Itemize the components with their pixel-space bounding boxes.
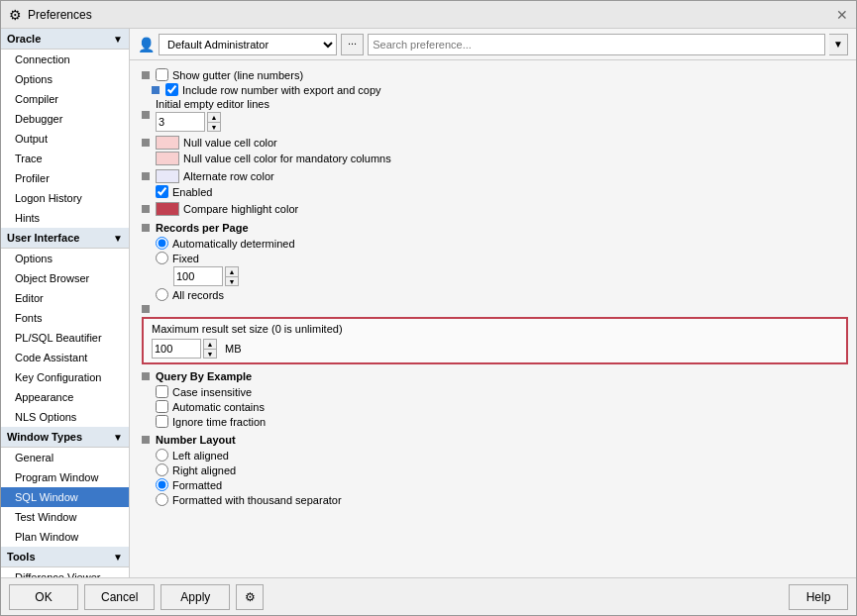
initial-lines-input[interactable] xyxy=(156,112,205,132)
initial-lines-up-arrow[interactable]: ▲ xyxy=(207,112,221,122)
qbe-options: Case insensitive Automatic contains xyxy=(142,385,848,428)
toolbar: 👤 Default Administrator ... ▼ xyxy=(130,29,856,60)
enabled-label[interactable]: Enabled xyxy=(156,185,212,198)
number-layout-dot xyxy=(142,436,150,444)
sidebar-item-trace[interactable]: Trace xyxy=(1,149,129,168)
alternate-row-section: Alternate row color Enabled xyxy=(138,169,848,198)
alt-row-swatch[interactable] xyxy=(156,169,179,183)
fixed-label[interactable]: Fixed xyxy=(156,252,848,264)
more-button[interactable]: ... xyxy=(341,34,364,55)
include-row-number-checkbox[interactable] xyxy=(165,83,178,96)
null-value-dot xyxy=(142,139,150,147)
sidebar-group-oracle[interactable]: Oracle ▼ xyxy=(1,29,129,50)
left-aligned-radio[interactable] xyxy=(156,449,168,462)
right-aligned-radio[interactable] xyxy=(156,463,168,476)
all-records-label[interactable]: All records xyxy=(156,288,848,301)
fixed-value-input[interactable] xyxy=(173,266,223,286)
sidebar-item-general[interactable]: General xyxy=(1,448,129,467)
sidebar-item-sql-window[interactable]: SQL Window xyxy=(1,487,129,507)
action-icon-button[interactable]: ⚙ xyxy=(236,584,264,610)
sidebar-item-code-assistant[interactable]: Code Assistant xyxy=(1,348,129,367)
sidebar-item-nls-options[interactable]: NLS Options xyxy=(1,407,129,427)
sidebar-item-difference-viewer[interactable]: Difference Viewer xyxy=(1,567,129,577)
apply-button[interactable]: Apply xyxy=(161,584,230,610)
max-result-down-arrow[interactable]: ▼ xyxy=(203,349,217,359)
sidebar-item-object-browser[interactable]: Object Browser xyxy=(1,268,129,288)
show-gutter-dot xyxy=(142,71,150,79)
fixed-value-spin: ▲ ▼ xyxy=(173,266,848,286)
max-result-up-arrow[interactable]: ▲ xyxy=(203,339,217,349)
ignore-time-fraction-checkbox[interactable] xyxy=(156,415,168,428)
null-color-swatch[interactable] xyxy=(156,136,179,150)
null-mandatory-swatch[interactable] xyxy=(156,152,179,165)
null-value-section: Null value cell color Null value cell co… xyxy=(138,136,848,165)
case-insensitive-checkbox[interactable] xyxy=(156,385,168,398)
sidebar-item-appearance[interactable]: Appearance xyxy=(1,387,129,407)
sidebar-item-program-window[interactable]: Program Window xyxy=(1,467,129,487)
sidebar: Oracle ▼ Connection Options Compiler Deb… xyxy=(1,29,130,577)
sidebar-item-editor[interactable]: Editor xyxy=(1,288,129,308)
alternate-row-enabled-checkbox[interactable] xyxy=(156,185,168,198)
formatted-label[interactable]: Formatted xyxy=(156,478,848,491)
right-aligned-label[interactable]: Right aligned xyxy=(156,463,848,476)
alternate-row-dot xyxy=(142,172,150,180)
sidebar-item-connection[interactable]: Connection xyxy=(1,50,129,69)
case-insensitive-label[interactable]: Case insensitive xyxy=(156,385,848,398)
fixed-up-arrow[interactable]: ▲ xyxy=(225,266,239,276)
include-row-number-row: Include row number with export and copy xyxy=(138,83,848,96)
sidebar-group-tools[interactable]: Tools ▼ xyxy=(1,547,129,567)
records-per-page-dot xyxy=(142,224,150,232)
title-bar-title: Preferences xyxy=(28,8,92,22)
fixed-radio[interactable] xyxy=(156,252,168,264)
max-result-unit: MB xyxy=(225,343,242,355)
cancel-button[interactable]: Cancel xyxy=(84,584,155,610)
auto-determined-radio[interactable] xyxy=(156,237,168,250)
formatted-thousand-label[interactable]: Formatted with thousand separator xyxy=(156,493,848,506)
null-mandatory-row: Null value cell color for mandatory colu… xyxy=(156,152,848,165)
records-per-page-options: Automatically determined Fixed xyxy=(142,237,848,301)
preferences-window: ⚙ Preferences ✕ Oracle ▼ Connection Opti… xyxy=(0,0,857,616)
sidebar-item-plsql-beautifier[interactable]: PL/SQL Beautifier xyxy=(1,328,129,348)
help-button[interactable]: Help xyxy=(789,584,848,610)
sidebar-item-profiler[interactable]: Profiler xyxy=(1,168,129,188)
sidebar-item-key-configuration[interactable]: Key Configuration xyxy=(1,367,129,387)
all-records-radio[interactable] xyxy=(156,288,168,301)
sidebar-item-fonts[interactable]: Fonts xyxy=(1,308,129,328)
automatic-contains-label[interactable]: Automatic contains xyxy=(156,400,848,413)
max-result-input[interactable] xyxy=(152,339,201,359)
sidebar-item-compiler[interactable]: Compiler xyxy=(1,89,129,109)
number-layout-label: Number Layout xyxy=(156,434,236,446)
include-row-number-label[interactable]: Include row number with export and copy xyxy=(165,83,381,96)
sidebar-item-options[interactable]: Options xyxy=(1,69,129,89)
fixed-down-arrow[interactable]: ▼ xyxy=(225,276,239,286)
formatted-radio[interactable] xyxy=(156,478,168,491)
auto-determined-label[interactable]: Automatically determined xyxy=(156,237,848,250)
left-aligned-label[interactable]: Left aligned xyxy=(156,449,848,462)
qbe-dot xyxy=(142,372,150,380)
sidebar-item-test-window[interactable]: Test Window xyxy=(1,507,129,527)
ignore-time-fraction-label[interactable]: Ignore time fraction xyxy=(156,415,848,428)
sidebar-item-logon-history[interactable]: Logon History xyxy=(1,188,129,208)
oracle-items: Connection Options Compiler Debugger Out… xyxy=(1,50,129,228)
sidebar-group-window-types[interactable]: Window Types ▼ xyxy=(1,427,129,448)
qbe-label: Query By Example xyxy=(156,370,252,382)
compare-highlight-swatch[interactable] xyxy=(156,202,179,216)
search-dropdown-button[interactable]: ▼ xyxy=(829,34,848,55)
window-types-items: General Program Window SQL Window Test W… xyxy=(1,448,129,547)
show-gutter-checkbox[interactable] xyxy=(156,68,168,81)
sidebar-group-user-interface[interactable]: User Interface ▼ xyxy=(1,228,129,249)
profile-select[interactable]: Default Administrator xyxy=(159,34,337,55)
formatted-thousand-radio[interactable] xyxy=(156,493,168,506)
sidebar-item-ui-options[interactable]: Options xyxy=(1,249,129,268)
sidebar-item-output[interactable]: Output xyxy=(1,129,129,149)
automatic-contains-checkbox[interactable] xyxy=(156,400,168,413)
search-input[interactable] xyxy=(368,34,825,55)
initial-lines-down-arrow[interactable]: ▼ xyxy=(207,122,221,132)
sidebar-item-hints[interactable]: Hints xyxy=(1,208,129,228)
close-icon[interactable]: ✕ xyxy=(836,7,848,23)
sidebar-item-debugger[interactable]: Debugger xyxy=(1,109,129,129)
initial-lines-arrows: ▲ ▼ xyxy=(207,112,221,132)
ok-button[interactable]: OK xyxy=(9,584,78,610)
sidebar-item-plan-window[interactable]: Plan Window xyxy=(1,527,129,547)
show-gutter-label[interactable]: Show gutter (line numbers) xyxy=(156,68,303,81)
